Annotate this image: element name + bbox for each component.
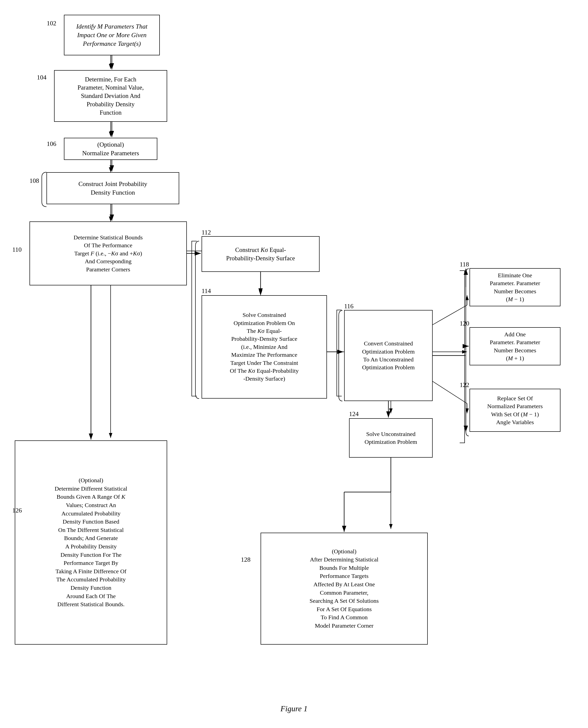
box-128-text: (Optional)After Determining StatisticalB…: [310, 547, 379, 630]
box-110: Determine Statistical BoundsOf The Perfo…: [29, 221, 187, 285]
label-118: 118: [460, 261, 469, 268]
box-114-text: Solve ConstrainedOptimization Problem On…: [230, 311, 299, 383]
label-124: 124: [349, 410, 359, 418]
label-106: 106: [47, 140, 56, 148]
label-128: 128: [241, 556, 251, 563]
label-104: 104: [37, 74, 46, 81]
box-104: Determine, For EachParameter, Nominal Va…: [54, 70, 167, 122]
label-108: 108: [29, 177, 39, 184]
box-126: (Optional)Determine Different Statistica…: [15, 440, 167, 645]
label-114: 114: [202, 287, 211, 295]
box-116-text: Convert ConstrainedOptimization ProblemT…: [362, 340, 415, 371]
box-112-text: Construct Kσ Equal-Probability-Density S…: [226, 246, 295, 263]
box-118-text: Eliminate OneParameter. ParameterNumber …: [490, 271, 540, 303]
diagram-container: Identify M Parameters That Impact One or…: [0, 0, 588, 728]
box-124-text: Solve UnconstrainedOptimization Problem: [364, 430, 417, 446]
label-116: 116: [344, 303, 354, 310]
box-114: Solve ConstrainedOptimization Problem On…: [202, 295, 327, 399]
box-112: Construct Kσ Equal-Probability-Density S…: [202, 236, 319, 272]
box-106-text: (Optional)Normalize Parameters: [82, 140, 139, 158]
box-104-text: Determine, For EachParameter, Nominal Va…: [78, 75, 144, 117]
label-122: 122: [460, 381, 469, 389]
label-110: 110: [12, 246, 22, 254]
box-106: (Optional)Normalize Parameters: [64, 138, 157, 160]
box-102-text: Identify M Parameters That Impact One or…: [68, 22, 155, 48]
box-118: Eliminate OneParameter. ParameterNumber …: [469, 268, 561, 306]
box-116: Convert ConstrainedOptimization ProblemT…: [344, 310, 433, 401]
box-122-text: Replace Set OfNormalized ParametersWith …: [487, 395, 543, 426]
box-108: Construct Joint ProbabilityDensity Funct…: [46, 172, 179, 204]
box-122: Replace Set OfNormalized ParametersWith …: [469, 389, 561, 432]
box-108-text: Construct Joint ProbabilityDensity Funct…: [79, 180, 147, 197]
box-120-text: Add OneParameter. ParameterNumber Become…: [490, 330, 540, 362]
box-126-text: (Optional)Determine Different Statistica…: [55, 476, 127, 609]
box-102: Identify M Parameters That Impact One or…: [64, 15, 160, 55]
box-110-text: Determine Statistical BoundsOf The Perfo…: [74, 234, 143, 273]
box-120: Add OneParameter. ParameterNumber Become…: [469, 327, 561, 365]
figure-caption: Figure 1: [0, 704, 588, 713]
label-120: 120: [460, 320, 469, 327]
box-128: (Optional)After Determining StatisticalB…: [260, 533, 428, 645]
label-102: 102: [47, 20, 56, 27]
label-112: 112: [202, 229, 211, 236]
box-124: Solve UnconstrainedOptimization Problem: [349, 418, 433, 458]
label-126: 126: [12, 507, 22, 514]
